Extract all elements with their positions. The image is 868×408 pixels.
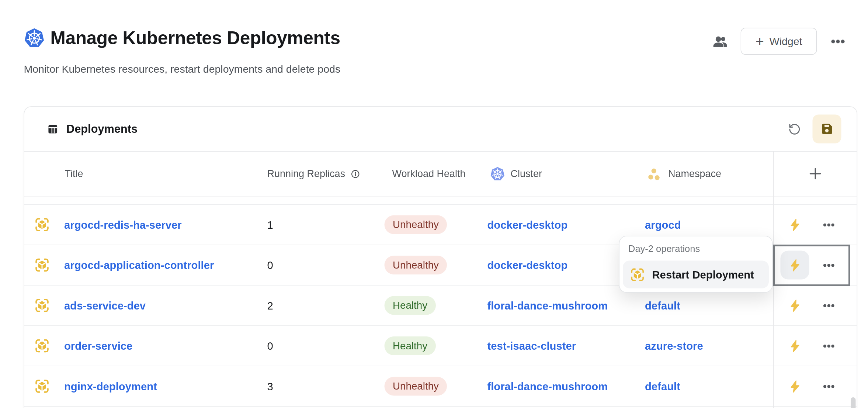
undo-icon [788, 122, 801, 135]
day2-operations-button[interactable] [781, 372, 809, 401]
card-title: Deployments [66, 122, 138, 136]
column-header-replicas[interactable]: Running Replicas [267, 168, 385, 180]
column-header-namespace[interactable]: Namespace [645, 167, 773, 181]
cluster-link[interactable]: floral-dance-mushroom [487, 380, 608, 392]
replicas-value: 2 [267, 299, 385, 312]
stage: Manage Kubernetes Deployments Monitor Ku… [0, 0, 868, 408]
day2-operations-popup: Day-2 operations Restart Deployment [619, 236, 773, 293]
kubernetes-logo-icon [24, 28, 45, 49]
row-more-menu-button[interactable] [822, 379, 836, 394]
info-icon[interactable] [350, 169, 361, 179]
ellipsis-icon [822, 380, 835, 393]
page-more-menu-button[interactable] [829, 32, 847, 50]
add-widget-button[interactable]: + Widget [741, 28, 817, 55]
day2-operations-button[interactable] [781, 291, 809, 320]
replicas-value: 0 [267, 339, 385, 352]
cluster-link[interactable]: floral-dance-mushroom [487, 299, 608, 311]
plus-icon: + [756, 34, 764, 48]
lightning-bolt-icon [788, 298, 802, 312]
namespace-link[interactable]: azure-store [645, 339, 703, 352]
deployment-title-link[interactable]: argocd-application-controller [64, 259, 214, 272]
table-row: nginx-deployment 3 Unhealthy floral-danc… [24, 366, 857, 407]
deployment-title-link[interactable]: ads-service-dev [64, 299, 146, 312]
save-icon [820, 122, 834, 136]
day2-operations-button-active[interactable] [781, 251, 809, 280]
page-subtitle: Monitor Kubernetes resources, restart de… [24, 63, 341, 75]
day2-operations-button[interactable] [781, 210, 809, 239]
lightning-bolt-icon [788, 379, 802, 393]
plus-icon [808, 167, 822, 181]
replicas-value: 3 [267, 380, 385, 393]
health-badge: Healthy [385, 336, 436, 355]
lightning-bolt-icon [788, 258, 802, 272]
table-header-row: Title Running Replicas Workload Health C… [24, 152, 857, 197]
popup-section-label: Day-2 operations [623, 243, 769, 261]
health-badge: Unhealthy [385, 256, 447, 274]
table-body: argocd-redis-ha-server 1 Unhealthy docke… [24, 205, 857, 407]
page-header: Manage Kubernetes Deployments Monitor Ku… [24, 28, 855, 49]
deployment-icon [630, 267, 645, 282]
namespace-link[interactable]: default [645, 380, 680, 392]
day2-operations-button[interactable] [781, 332, 809, 360]
deployment-icon [34, 338, 50, 354]
lightning-bolt-icon [788, 218, 802, 232]
partial-row-sliver [24, 197, 857, 205]
add-column-button[interactable] [773, 167, 857, 181]
card-header: Deployments [24, 107, 857, 152]
health-badge: Healthy [385, 296, 436, 315]
cluster-link[interactable]: docker-desktop [487, 259, 568, 271]
row-more-menu-button[interactable] [822, 258, 836, 272]
column-header-title[interactable]: Title [24, 168, 267, 180]
ellipsis-icon [822, 299, 835, 312]
replicas-value: 0 [267, 259, 385, 272]
deployment-icon [34, 257, 50, 273]
collaborators-button[interactable] [712, 33, 729, 49]
ellipsis-icon [822, 339, 835, 352]
ellipsis-icon [830, 34, 846, 49]
column-header-health[interactable]: Workload Health [385, 168, 487, 180]
deployment-icon [34, 217, 50, 232]
table-row: order-service 0 Healthy test-isaac-clust… [24, 326, 857, 367]
namespace-link[interactable]: argocd [645, 218, 681, 231]
reset-button[interactable] [785, 120, 804, 138]
restart-deployment-label: Restart Deployment [652, 268, 754, 281]
page-title: Manage Kubernetes Deployments [51, 28, 340, 49]
deployment-title-link[interactable]: argocd-redis-ha-server [64, 218, 182, 231]
restart-deployment-menu-item[interactable]: Restart Deployment [623, 261, 769, 288]
deployment-title-link[interactable]: order-service [64, 339, 132, 352]
cluster-icon [490, 166, 505, 181]
deployment-icon [34, 378, 50, 394]
row-more-menu-button[interactable] [822, 298, 836, 313]
column-header-cluster[interactable]: Cluster [487, 166, 645, 181]
deployment-title-link[interactable]: nginx-deployment [64, 380, 157, 393]
people-icon [712, 33, 729, 49]
deployment-icon [34, 298, 50, 313]
namespace-link[interactable]: default [645, 299, 680, 311]
replicas-value: 1 [267, 218, 385, 231]
row-more-menu-button[interactable] [822, 339, 836, 353]
ellipsis-icon [822, 218, 835, 231]
row-more-menu-button[interactable] [822, 218, 836, 232]
header-actions: + Widget [712, 28, 847, 55]
table-icon [47, 123, 59, 135]
health-badge: Unhealthy [385, 215, 447, 234]
namespace-icon [647, 167, 661, 181]
vertical-scrollbar-thumb[interactable] [851, 397, 856, 408]
cluster-link[interactable]: docker-desktop [487, 218, 568, 231]
actions-column-divider [773, 152, 774, 408]
save-button[interactable] [813, 115, 841, 144]
app-viewport: Manage Kubernetes Deployments Monitor Ku… [0, 0, 868, 408]
health-badge: Unhealthy [385, 377, 447, 396]
ellipsis-icon [822, 259, 835, 272]
cluster-link[interactable]: test-isaac-cluster [487, 339, 576, 352]
add-widget-label: Widget [770, 35, 802, 47]
lightning-bolt-icon [788, 339, 802, 353]
